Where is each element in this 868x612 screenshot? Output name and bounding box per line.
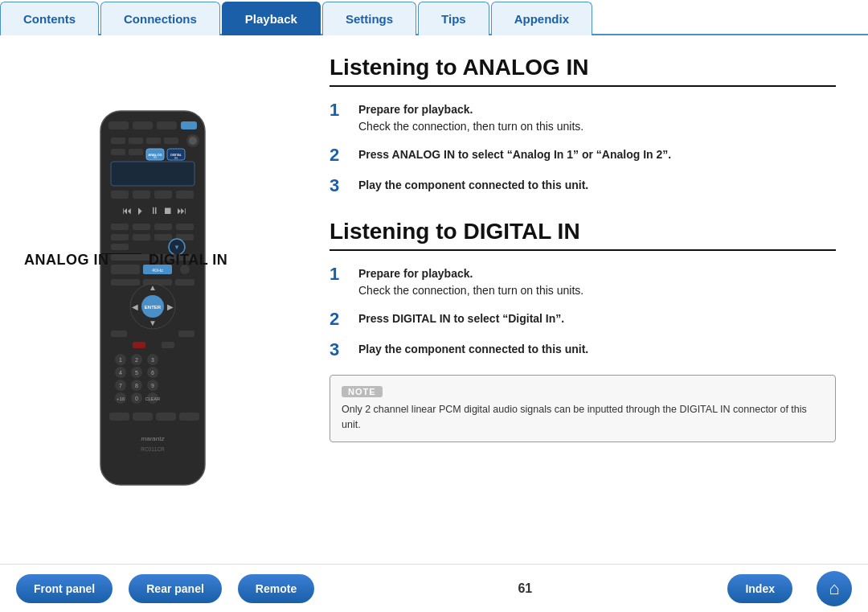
svg-text:2: 2 xyxy=(135,357,138,363)
main-content: ANALOG IN DIGITAL IN xyxy=(0,35,868,564)
front-panel-button[interactable]: Front panel xyxy=(16,574,113,603)
home-button[interactable]: ⌂ xyxy=(817,571,852,606)
svg-rect-17 xyxy=(111,149,125,155)
analog-step-2-number: 2 xyxy=(330,145,350,166)
analog-step-3-content: Play the component connected to this uni… xyxy=(358,177,588,194)
svg-text:+10: +10 xyxy=(117,396,125,401)
bottom-navigation: Front panel Rear panel Remote 61 Index ⌂ xyxy=(0,564,868,612)
svg-rect-23 xyxy=(176,191,194,199)
svg-text:0: 0 xyxy=(135,396,138,401)
svg-rect-8 xyxy=(129,138,143,144)
svg-text:3: 3 xyxy=(151,357,154,363)
svg-text:▶: ▶ xyxy=(167,302,174,311)
note-label: NOTE xyxy=(342,386,383,397)
svg-text:ENTER: ENTER xyxy=(145,305,162,310)
remote-control-image: ANALOG IN DIGITAL IN ⏮ ⏵ ⏸ xyxy=(88,107,217,493)
digital-step-1-content: Prepare for playback. Check the connecti… xyxy=(358,265,583,299)
svg-text:⏹: ⏹ xyxy=(163,205,173,216)
digital-in-label: DIGITAL IN xyxy=(149,252,227,269)
analog-step-1-bold: Prepare for playback. xyxy=(358,103,473,116)
svg-rect-41 xyxy=(111,254,151,261)
svg-rect-34 xyxy=(111,234,129,240)
svg-text:1: 1 xyxy=(119,357,122,363)
svg-rect-43 xyxy=(111,265,140,274)
tab-settings[interactable]: Settings xyxy=(322,2,416,35)
bottom-left-buttons: Front panel Rear panel Remote xyxy=(16,574,322,603)
digital-step-1-bold: Prepare for playback. xyxy=(358,267,473,280)
svg-rect-35 xyxy=(133,234,150,240)
svg-rect-7 xyxy=(111,138,125,144)
svg-text:7: 7 xyxy=(119,383,122,388)
analog-step-2: 2 Press ANALOG IN to select “Analog In 1… xyxy=(330,146,836,166)
svg-rect-60 xyxy=(162,342,174,348)
svg-text:6: 6 xyxy=(151,370,154,376)
digital-step-2-content: Press DIGITAL IN to select “Digital In”. xyxy=(358,310,564,327)
analog-step-1: 1 Prepare for playback. Check the connec… xyxy=(330,101,836,135)
bottom-right-controls: Index ⌂ xyxy=(727,571,852,606)
svg-rect-18 xyxy=(129,149,143,155)
analog-step-1-text: Check the connection, then turn on this … xyxy=(358,120,583,133)
tab-tips[interactable]: Tips xyxy=(418,2,489,35)
tab-contents[interactable]: Contents xyxy=(0,2,99,35)
svg-text:◀: ◀ xyxy=(132,302,138,311)
svg-text:⏮: ⏮ xyxy=(122,205,132,216)
tab-connections[interactable]: Connections xyxy=(100,2,220,35)
svg-rect-59 xyxy=(133,342,145,348)
svg-rect-49 xyxy=(175,279,194,285)
svg-text:4: 4 xyxy=(119,370,122,376)
svg-text:▲: ▲ xyxy=(149,283,157,292)
remote-image-container: ANALOG IN DIGITAL IN ⏮ ⏵ ⏸ xyxy=(88,107,217,493)
note-text: Only 2 channel linear PCM digital audio … xyxy=(342,402,824,433)
svg-rect-38 xyxy=(111,244,129,250)
tab-playback[interactable]: Playback xyxy=(222,2,321,35)
analog-step-1-content: Prepare for playback. Check the connecti… xyxy=(358,101,583,135)
svg-rect-33 xyxy=(176,224,194,230)
svg-text:IN: IN xyxy=(174,157,178,160)
analog-step-3-number: 3 xyxy=(330,175,350,196)
svg-text:8: 8 xyxy=(135,383,138,388)
svg-rect-19 xyxy=(111,162,194,186)
svg-text:5: 5 xyxy=(135,370,138,376)
digital-step-3-content: Play the component connected to this uni… xyxy=(358,341,588,358)
digital-step-1: 1 Prepare for playback. Check the connec… xyxy=(330,265,836,299)
svg-rect-85 xyxy=(109,413,129,421)
svg-rect-20 xyxy=(111,191,129,199)
analog-step-2-content: Press ANALOG IN to select “Analog In 1” … xyxy=(358,146,671,163)
tab-appendix[interactable]: Appendix xyxy=(491,2,592,35)
home-icon: ⌂ xyxy=(829,578,839,599)
rear-panel-button[interactable]: Rear panel xyxy=(129,574,222,603)
svg-rect-30 xyxy=(111,224,129,230)
svg-point-6 xyxy=(189,137,197,145)
svg-rect-10 xyxy=(164,138,178,144)
digital-step-3-bold: Play the component connected to this uni… xyxy=(358,343,588,355)
analog-section-title: Listening to ANALOG IN xyxy=(330,55,836,87)
svg-text:▼: ▼ xyxy=(174,244,180,251)
digital-step-3-number: 3 xyxy=(330,339,350,360)
svg-rect-57 xyxy=(111,331,127,337)
digital-step-2-bold: Press DIGITAL IN to select “Digital In”. xyxy=(358,312,564,325)
analog-line xyxy=(101,253,141,255)
digital-step-3: 3 Play the component connected to this u… xyxy=(330,341,836,360)
digital-step-2-number: 2 xyxy=(330,309,350,330)
svg-rect-3 xyxy=(157,121,177,129)
svg-rect-22 xyxy=(154,191,172,199)
svg-rect-31 xyxy=(133,224,150,230)
svg-rect-21 xyxy=(133,191,150,199)
right-panel: Listening to ANALOG IN 1 Prepare for pla… xyxy=(305,35,868,564)
svg-text:marantz: marantz xyxy=(141,435,166,442)
remote-button[interactable]: Remote xyxy=(238,574,314,603)
svg-text:CLEAR: CLEAR xyxy=(145,396,160,401)
digital-step-1-number: 1 xyxy=(330,264,350,285)
analog-step-3-bold: Play the component connected to this uni… xyxy=(358,179,588,191)
index-button[interactable]: Index xyxy=(727,574,792,603)
svg-text:⏵: ⏵ xyxy=(136,205,145,216)
analog-step-3: 3 Play the component connected to this u… xyxy=(330,177,836,196)
digital-step-1-text: Check the connection, then turn on this … xyxy=(358,284,583,297)
svg-rect-86 xyxy=(133,413,153,421)
left-panel: ANALOG IN DIGITAL IN xyxy=(0,35,305,564)
svg-rect-4 xyxy=(181,121,197,129)
svg-rect-36 xyxy=(154,234,172,240)
digital-section-title: Listening to DIGITAL IN xyxy=(330,219,836,251)
page-number: 61 xyxy=(322,581,727,596)
svg-text:RC011CR: RC011CR xyxy=(141,446,165,452)
